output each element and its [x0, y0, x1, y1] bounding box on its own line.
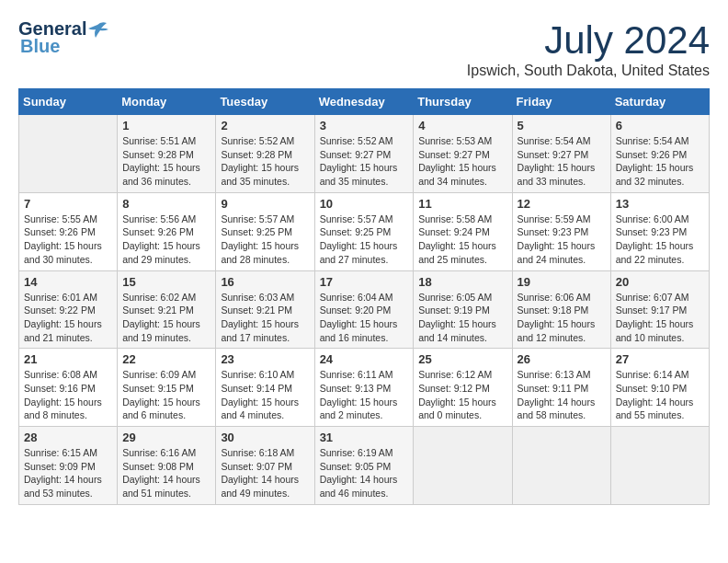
day-number: 6: [616, 119, 704, 132]
day-number: 8: [122, 197, 210, 211]
day-info: Sunrise: 5:56 AM Sunset: 9:26 PM Dayligh…: [122, 213, 210, 267]
day-number: 18: [418, 275, 506, 289]
day-info: Sunrise: 5:53 AM Sunset: 9:27 PM Dayligh…: [418, 134, 506, 189]
location-text: Ipswich, South Dakota, United States: [467, 63, 710, 79]
day-info: Sunrise: 6:18 AM Sunset: 9:07 PM Dayligh…: [221, 446, 309, 500]
day-info: Sunrise: 6:12 AM Sunset: 9:12 PM Dayligh…: [418, 368, 506, 422]
calendar-cell: [610, 427, 709, 505]
day-number: 13: [616, 197, 704, 211]
day-number: 27: [616, 352, 704, 366]
day-info: Sunrise: 5:52 AM Sunset: 9:28 PM Dayligh…: [221, 134, 309, 189]
day-number: 20: [616, 275, 704, 289]
day-number: 4: [418, 119, 506, 132]
day-info: Sunrise: 6:05 AM Sunset: 9:19 PM Dayligh…: [418, 291, 506, 345]
day-number: 21: [24, 352, 112, 366]
calendar-week-row: 21Sunrise: 6:08 AM Sunset: 9:16 PM Dayli…: [19, 349, 710, 427]
day-number: 16: [221, 275, 309, 289]
calendar-cell: 29Sunrise: 6:16 AM Sunset: 9:08 PM Dayli…: [118, 427, 216, 505]
day-of-week-header: Tuesday: [216, 89, 314, 115]
day-info: Sunrise: 6:03 AM Sunset: 9:21 PM Dayligh…: [221, 291, 309, 345]
day-info: Sunrise: 6:01 AM Sunset: 9:22 PM Dayligh…: [24, 291, 112, 345]
day-number: 26: [518, 352, 606, 366]
calendar-cell: 22Sunrise: 6:09 AM Sunset: 9:15 PM Dayli…: [118, 349, 216, 427]
day-info: Sunrise: 6:08 AM Sunset: 9:16 PM Dayligh…: [24, 368, 112, 422]
day-info: Sunrise: 5:58 AM Sunset: 9:24 PM Dayligh…: [418, 213, 506, 267]
calendar-week-row: 14Sunrise: 6:01 AM Sunset: 9:22 PM Dayli…: [19, 270, 710, 349]
logo-blue-text: Blue: [20, 36, 60, 57]
day-number: 19: [518, 275, 606, 289]
calendar-cell: 15Sunrise: 6:02 AM Sunset: 9:21 PM Dayli…: [118, 270, 216, 349]
day-number: 30: [221, 431, 309, 444]
logo-bird-icon: [88, 21, 108, 38]
day-info: Sunrise: 6:19 AM Sunset: 9:05 PM Dayligh…: [320, 446, 409, 500]
title-section: July 2024 Ipswich, South Dakota, United …: [467, 18, 710, 79]
day-info: Sunrise: 5:54 AM Sunset: 9:27 PM Dayligh…: [518, 134, 606, 189]
day-number: 24: [320, 352, 409, 366]
day-of-week-header: Monday: [118, 89, 216, 115]
day-number: 11: [418, 197, 506, 211]
day-info: Sunrise: 5:57 AM Sunset: 9:25 PM Dayligh…: [320, 213, 409, 267]
calendar-cell: 12Sunrise: 5:59 AM Sunset: 9:23 PM Dayli…: [512, 192, 610, 270]
calendar-cell: 7Sunrise: 5:55 AM Sunset: 9:26 PM Daylig…: [19, 192, 118, 270]
day-number: 22: [122, 352, 210, 366]
day-info: Sunrise: 6:11 AM Sunset: 9:13 PM Dayligh…: [320, 368, 409, 422]
calendar-cell: [19, 115, 118, 193]
day-info: Sunrise: 5:52 AM Sunset: 9:27 PM Dayligh…: [320, 134, 409, 189]
calendar-cell: 3Sunrise: 5:52 AM Sunset: 9:27 PM Daylig…: [314, 115, 414, 193]
day-info: Sunrise: 5:57 AM Sunset: 9:25 PM Dayligh…: [221, 213, 309, 267]
day-number: 28: [24, 431, 112, 444]
calendar-cell: 21Sunrise: 6:08 AM Sunset: 9:16 PM Dayli…: [19, 349, 118, 427]
calendar-cell: 24Sunrise: 6:11 AM Sunset: 9:13 PM Dayli…: [314, 349, 414, 427]
day-of-week-header: Thursday: [414, 89, 512, 115]
calendar-cell: 17Sunrise: 6:04 AM Sunset: 9:20 PM Dayli…: [314, 270, 414, 349]
day-info: Sunrise: 5:55 AM Sunset: 9:26 PM Dayligh…: [24, 213, 112, 267]
calendar-cell: 9Sunrise: 5:57 AM Sunset: 9:25 PM Daylig…: [216, 192, 314, 270]
calendar-cell: 11Sunrise: 5:58 AM Sunset: 9:24 PM Dayli…: [414, 192, 512, 270]
day-number: 15: [122, 275, 210, 289]
day-of-week-header: Sunday: [19, 89, 118, 115]
day-number: 7: [24, 197, 112, 211]
calendar-table: SundayMondayTuesdayWednesdayThursdayFrid…: [18, 88, 710, 505]
calendar-cell: 20Sunrise: 6:07 AM Sunset: 9:17 PM Dayli…: [610, 270, 709, 349]
day-number: 31: [320, 431, 409, 444]
calendar-cell: 26Sunrise: 6:13 AM Sunset: 9:11 PM Dayli…: [512, 349, 610, 427]
calendar-cell: 31Sunrise: 6:19 AM Sunset: 9:05 PM Dayli…: [314, 427, 414, 505]
logo: General Blue: [18, 18, 108, 57]
day-number: 23: [221, 352, 309, 366]
calendar-cell: 18Sunrise: 6:05 AM Sunset: 9:19 PM Dayli…: [414, 270, 512, 349]
day-number: 25: [418, 352, 506, 366]
calendar-cell: 28Sunrise: 6:15 AM Sunset: 9:09 PM Dayli…: [19, 427, 118, 505]
calendar-cell: 23Sunrise: 6:10 AM Sunset: 9:14 PM Dayli…: [216, 349, 314, 427]
day-info: Sunrise: 6:02 AM Sunset: 9:21 PM Dayligh…: [122, 291, 210, 345]
calendar-cell: [512, 427, 610, 505]
calendar-cell: 8Sunrise: 5:56 AM Sunset: 9:26 PM Daylig…: [118, 192, 216, 270]
calendar-cell: 16Sunrise: 6:03 AM Sunset: 9:21 PM Dayli…: [216, 270, 314, 349]
calendar-cell: 30Sunrise: 6:18 AM Sunset: 9:07 PM Dayli…: [216, 427, 314, 505]
day-info: Sunrise: 6:06 AM Sunset: 9:18 PM Dayligh…: [518, 291, 606, 345]
day-number: 5: [518, 119, 606, 132]
calendar-header-row: SundayMondayTuesdayWednesdayThursdayFrid…: [19, 89, 710, 115]
month-year-title: July 2024: [467, 18, 710, 63]
calendar-cell: 5Sunrise: 5:54 AM Sunset: 9:27 PM Daylig…: [512, 115, 610, 193]
page-header: General Blue July 2024 Ipswich, South Da…: [18, 18, 710, 79]
calendar-cell: 13Sunrise: 6:00 AM Sunset: 9:23 PM Dayli…: [610, 192, 709, 270]
calendar-cell: 1Sunrise: 5:51 AM Sunset: 9:28 PM Daylig…: [118, 115, 216, 193]
calendar-cell: 10Sunrise: 5:57 AM Sunset: 9:25 PM Dayli…: [314, 192, 414, 270]
calendar-cell: 4Sunrise: 5:53 AM Sunset: 9:27 PM Daylig…: [414, 115, 512, 193]
calendar-week-row: 1Sunrise: 5:51 AM Sunset: 9:28 PM Daylig…: [19, 115, 710, 193]
calendar-cell: 27Sunrise: 6:14 AM Sunset: 9:10 PM Dayli…: [610, 349, 709, 427]
day-number: 17: [320, 275, 409, 289]
calendar-cell: 19Sunrise: 6:06 AM Sunset: 9:18 PM Dayli…: [512, 270, 610, 349]
day-info: Sunrise: 6:16 AM Sunset: 9:08 PM Dayligh…: [122, 446, 210, 500]
day-number: 14: [24, 275, 112, 289]
day-number: 12: [518, 197, 606, 211]
calendar-cell: 14Sunrise: 6:01 AM Sunset: 9:22 PM Dayli…: [19, 270, 118, 349]
day-info: Sunrise: 5:59 AM Sunset: 9:23 PM Dayligh…: [518, 213, 606, 267]
day-info: Sunrise: 6:00 AM Sunset: 9:23 PM Dayligh…: [616, 213, 704, 267]
day-info: Sunrise: 6:13 AM Sunset: 9:11 PM Dayligh…: [518, 368, 606, 422]
day-info: Sunrise: 6:14 AM Sunset: 9:10 PM Dayligh…: [616, 368, 704, 422]
calendar-cell: 2Sunrise: 5:52 AM Sunset: 9:28 PM Daylig…: [216, 115, 314, 193]
day-of-week-header: Wednesday: [314, 89, 414, 115]
day-number: 29: [122, 431, 210, 444]
day-info: Sunrise: 6:09 AM Sunset: 9:15 PM Dayligh…: [122, 368, 210, 422]
